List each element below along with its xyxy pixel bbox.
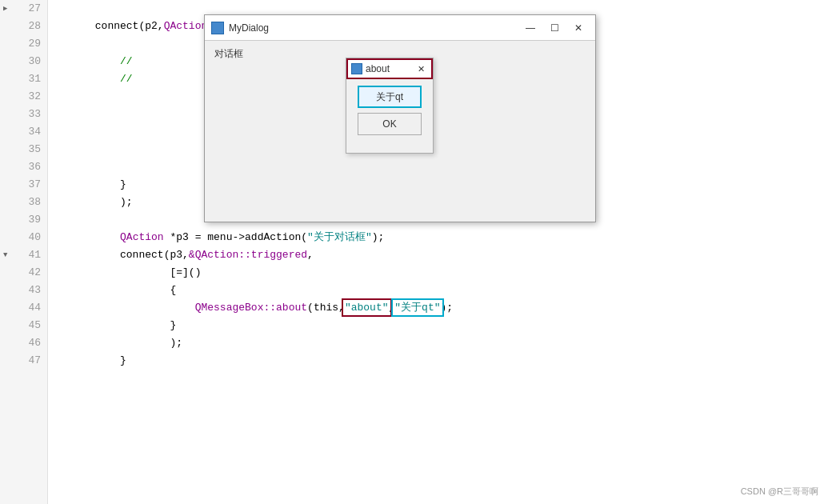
about-dialog-titlebar: about ✕: [346, 58, 433, 79]
my-dialog-close-button[interactable]: ✕: [568, 20, 589, 36]
line-num-32: 32: [0, 88, 47, 106]
line-num-28: 28: [0, 18, 47, 35]
line-num-41: ▼ 41: [0, 246, 47, 264]
line-num-34: 34: [0, 123, 47, 141]
about-qt-button[interactable]: 关于qt: [358, 86, 422, 108]
line-num-38: 38: [0, 194, 47, 211]
line-num-31: 31: [0, 70, 47, 88]
about-dialog-title-icon: [351, 63, 362, 74]
line-num-44: 44: [0, 299, 47, 317]
about-dialog-close-button[interactable]: ✕: [414, 62, 428, 75]
line-num-36: 36: [0, 158, 47, 176]
my-dialog-titlebar: MyDialog — ☐ ✕: [205, 15, 595, 41]
line-num-27: ▶ 27: [0, 0, 47, 18]
my-dialog-controls: — ☐ ✕: [520, 20, 589, 36]
line-num-43: 43: [0, 282, 47, 299]
my-dialog-title-icon: [211, 22, 224, 34]
code-line-47: [58, 352, 828, 370]
my-dialog-minimize-button[interactable]: —: [520, 20, 541, 36]
about-dialog-title-text: about: [366, 63, 414, 74]
line-num-35: 35: [0, 141, 47, 158]
line-num-39: 39: [0, 211, 47, 229]
line-num-42: 42: [0, 264, 47, 282]
about-dialog[interactable]: about ✕ 关于qt OK: [346, 58, 434, 154]
watermark: CSDN @R三哥哥啊: [741, 486, 818, 498]
line-num-33: 33: [0, 106, 47, 123]
about-dialog-content: 关于qt OK: [346, 79, 433, 142]
line-num-47: 47: [0, 352, 47, 370]
line-num-37: 37: [0, 176, 47, 194]
my-dialog-maximize-button[interactable]: ☐: [544, 20, 565, 36]
line-numbers: ▶ 27 28 29 30 31 32 33 34 35 36 37 38 39…: [0, 0, 48, 504]
line-num-46: 46: [0, 334, 47, 352]
line-num-40: 40: [0, 229, 47, 246]
line-num-30: 30: [0, 53, 47, 70]
about-ok-button[interactable]: OK: [358, 113, 422, 135]
my-dialog-title-text: MyDialog: [229, 22, 520, 34]
line-num-29: 29: [0, 35, 47, 53]
line-num-45: 45: [0, 317, 47, 334]
